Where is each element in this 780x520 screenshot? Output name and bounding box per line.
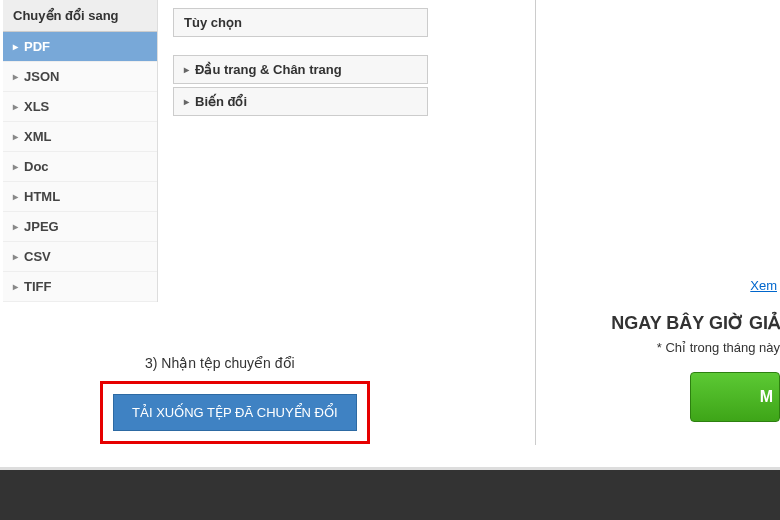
accordion: Tùy chọn ▸ Đầu trang & Chân trang ▸ Biến… [173, 8, 428, 116]
caret-right-icon: ▸ [184, 96, 189, 107]
accordion-label: Đầu trang & Chân trang [195, 62, 342, 77]
sidebar-item-label: JPEG [24, 219, 59, 234]
download-button[interactable]: TẢI XUỐNG TỆP ĐÃ CHUYỂN ĐỔI [113, 394, 357, 431]
sidebar-item-json[interactable]: ▸ JSON [3, 62, 157, 92]
promo-button-label: M [760, 388, 773, 406]
sidebar-item-doc[interactable]: ▸ Doc [3, 152, 157, 182]
bottom-bar [0, 470, 780, 520]
accordion-label: Biến đổi [195, 94, 247, 109]
promo-subtitle: * Chỉ trong tháng này [657, 340, 780, 355]
sidebar-item-label: TIFF [24, 279, 51, 294]
caret-right-icon: ▸ [13, 41, 18, 52]
sidebar-item-label: JSON [24, 69, 59, 84]
sidebar-item-label: XML [24, 129, 51, 144]
caret-right-icon: ▸ [13, 161, 18, 172]
sidebar-item-tiff[interactable]: ▸ TIFF [3, 272, 157, 302]
sidebar-item-xml[interactable]: ▸ XML [3, 122, 157, 152]
caret-right-icon: ▸ [13, 101, 18, 112]
accordion-item-transform[interactable]: ▸ Biến đổi [173, 87, 428, 116]
accordion-item-options[interactable]: Tùy chọn [173, 8, 428, 37]
right-panel: Xem NGAY BÂY GIỜ GIẢ * Chỉ trong tháng n… [535, 0, 780, 445]
accordion-label: Tùy chọn [184, 15, 242, 30]
sidebar-item-label: XLS [24, 99, 49, 114]
format-sidebar: Chuyển đổi sang ▸ PDF ▸ JSON ▸ XLS ▸ XML… [3, 0, 158, 302]
sidebar-item-label: PDF [24, 39, 50, 54]
sidebar-header: Chuyển đổi sang [3, 0, 157, 32]
highlight-box: TẢI XUỐNG TỆP ĐÃ CHUYỂN ĐỔI [100, 381, 370, 444]
sidebar-item-jpeg[interactable]: ▸ JPEG [3, 212, 157, 242]
sidebar-item-label: HTML [24, 189, 60, 204]
view-link[interactable]: Xem [750, 278, 777, 293]
sidebar-item-html[interactable]: ▸ HTML [3, 182, 157, 212]
sidebar-item-csv[interactable]: ▸ CSV [3, 242, 157, 272]
caret-right-icon: ▸ [13, 131, 18, 142]
step-label: 3) Nhận tệp chuyển đổi [145, 355, 370, 371]
caret-right-icon: ▸ [13, 71, 18, 82]
sidebar-item-label: CSV [24, 249, 51, 264]
caret-right-icon: ▸ [13, 281, 18, 292]
sidebar-item-label: Doc [24, 159, 49, 174]
caret-right-icon: ▸ [13, 191, 18, 202]
download-step: 3) Nhận tệp chuyển đổi TẢI XUỐNG TỆP ĐÃ … [100, 355, 370, 444]
caret-right-icon: ▸ [13, 251, 18, 262]
promo-button[interactable]: M [690, 372, 780, 422]
caret-right-icon: ▸ [184, 64, 189, 75]
sidebar-item-pdf[interactable]: ▸ PDF [3, 32, 157, 62]
promo-title: NGAY BÂY GIỜ GIẢ [611, 312, 780, 334]
accordion-item-header-footer[interactable]: ▸ Đầu trang & Chân trang [173, 55, 428, 84]
caret-right-icon: ▸ [13, 221, 18, 232]
sidebar-item-xls[interactable]: ▸ XLS [3, 92, 157, 122]
